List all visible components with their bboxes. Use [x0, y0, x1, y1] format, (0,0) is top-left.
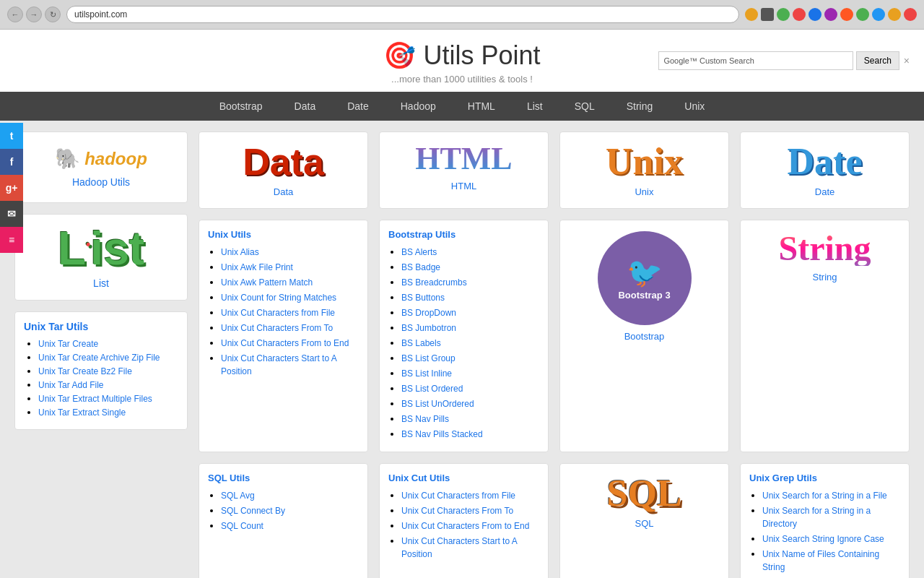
site-logo-icon: 🎯 [383, 40, 416, 71]
unix-alias-link[interactable]: Unix Alias [221, 247, 259, 257]
nav-sql[interactable]: SQL [559, 92, 611, 121]
unix-tar-create-archive-link[interactable]: Unix Tar Create Archive Zip File [38, 353, 160, 363]
unix-grep-list: Unix Search for a String in a File Unix … [749, 489, 900, 578]
string-title: String [778, 231, 871, 266]
grep-files-containing-link[interactable]: Unix Name of Files Containing String [762, 549, 879, 572]
bs-badge-link[interactable]: BS Badge [401, 262, 440, 272]
bs-jumbotron-link[interactable]: BS Jumbotron [401, 323, 456, 333]
search-input[interactable] [754, 56, 848, 66]
unix-cut-from-to-link[interactable]: Unix Cut Characters From To [221, 323, 333, 333]
date-title: Date [788, 143, 863, 181]
bs-dropdown-link[interactable]: BS DropDown [401, 308, 456, 318]
email-btn[interactable]: ✉ [0, 201, 23, 227]
unix-count-string-link[interactable]: Unix Count for String Matches [221, 293, 336, 303]
bs-list-inline-link[interactable]: BS List Inline [401, 368, 452, 379]
bs-nav-pills-link[interactable]: BS Nav Pills [401, 414, 449, 424]
sql-title: SQL [606, 475, 681, 512]
cut-chars-start-position-link[interactable]: Unix Cut Characters Start to A Position [401, 536, 517, 559]
right-grid: Data Data HTML HTML Unix Unix Date Date … [199, 131, 910, 578]
sql-utils-card: SQL Utils SQL Avg SQL Connect By SQL Cou… [199, 463, 368, 578]
forward-button[interactable]: → [26, 7, 42, 22]
bootstrap-category-card: 🐦 Bootstrap 3 Bootstrap [559, 220, 729, 452]
bs-buttons-link[interactable]: BS Buttons [401, 293, 445, 303]
social-sidebar: t f g+ ✉ ≡ [0, 123, 23, 253]
sql-link[interactable]: SQL [635, 518, 653, 529]
address-bar[interactable]: utilspoint.com [66, 6, 739, 23]
nav-string[interactable]: String [611, 92, 669, 121]
nav-html[interactable]: HTML [452, 92, 511, 121]
bs-breadcrumbs-link[interactable]: BS Breadcrumbs [401, 277, 467, 288]
twitter-btn[interactable]: t [0, 123, 23, 149]
search-button[interactable]: Search [856, 51, 899, 70]
sql-category-card: SQL SQL [559, 463, 729, 578]
cut-chars-file-link[interactable]: Unix Cut Characters from File [401, 491, 515, 501]
unix-cut-list: Unix Cut Characters from File Unix Cut C… [388, 489, 539, 561]
unix-cut-from-end-link[interactable]: Unix Cut Characters From to End [221, 338, 349, 348]
unix-tar-extract-multiple-link[interactable]: Unix Tar Extract Multiple Files [38, 394, 152, 404]
grep-string-file-link[interactable]: Unix Search for a String in a File [762, 491, 887, 501]
unix-grep-title: Unix Grep Utils [749, 473, 900, 483]
bootstrap-sub-label: Bootstrap 3 [618, 290, 670, 301]
cut-chars-from-to-link[interactable]: Unix Cut Characters From To [401, 506, 513, 516]
facebook-btn[interactable]: f [0, 149, 23, 175]
bs-list-group-link[interactable]: BS List Group [401, 353, 456, 363]
nav-date[interactable]: Date [331, 92, 385, 121]
html-link[interactable]: HTML [451, 181, 476, 191]
unix-link[interactable]: Unix [635, 186, 653, 197]
sql-utils-title: SQL Utils [208, 473, 359, 483]
browser-icons [745, 8, 917, 21]
sql-utils-list: SQL Avg SQL Connect By SQL Count [208, 489, 359, 532]
left-column: 🐘 hadoop Hadoop Utils L•ist List Unix Ta… [14, 131, 188, 578]
nav-bootstrap[interactable]: Bootstrap [204, 92, 279, 121]
nav-hadoop[interactable]: Hadoop [385, 92, 452, 121]
sql-connect-by-link[interactable]: SQL Connect By [221, 506, 285, 516]
unix-tar-list: Unix Tar Create Unix Tar Create Archive … [24, 338, 178, 418]
bootstrap-utils-title: Bootstrap Utils [388, 229, 539, 240]
unix-tar-create-bz2-link[interactable]: Unix Tar Create Bz2 File [38, 366, 132, 376]
more-btn[interactable]: ≡ [0, 227, 23, 253]
unix-awk-file-link[interactable]: Unix Awk File Print [221, 262, 293, 272]
unix-awk-pattern-link[interactable]: Unix Awk Pattern Match [221, 277, 313, 288]
search-area: Google™ Custom Search Search × [658, 51, 910, 70]
string-category-card: String String [740, 220, 910, 452]
google-label: Google™ Custom Search [663, 56, 754, 65]
main-nav: Bootstrap Data Date Hadoop HTML List SQL… [0, 92, 924, 121]
back-button[interactable]: ← [7, 7, 23, 22]
nav-list[interactable]: List [511, 92, 559, 121]
unix-tar-create-link[interactable]: Unix Tar Create [38, 339, 98, 349]
bs-list-unordered-link[interactable]: BS List UnOrdered [401, 399, 474, 409]
search-close[interactable]: × [904, 55, 910, 66]
sql-avg-link[interactable]: SQL Avg [221, 491, 255, 501]
bootstrap-utils-list: BS Alerts BS Badge BS Breadcrumbs BS But… [388, 246, 539, 441]
sql-count-link[interactable]: SQL Count [221, 521, 263, 531]
search-wrapper: Google™ Custom Search [658, 51, 853, 70]
date-link[interactable]: Date [815, 186, 834, 197]
nav-data[interactable]: Data [279, 92, 332, 121]
googleplus-btn[interactable]: g+ [0, 175, 23, 201]
unix-cut-title: Unix Cut Utils [388, 473, 539, 483]
cut-chars-from-end-link[interactable]: Unix Cut Characters From to End [401, 521, 529, 531]
data-link[interactable]: Data [274, 186, 293, 197]
grep-string-dir-link[interactable]: Unix Search for a String in a Directory [762, 506, 871, 529]
bs-nav-pills-stacked-link[interactable]: BS Nav Pills Stacked [401, 429, 483, 439]
unix-category-card: Unix Unix [559, 131, 729, 209]
string-link[interactable]: String [813, 272, 837, 282]
list-link[interactable]: List [93, 277, 109, 289]
unix-tar-extract-single-link[interactable]: Unix Tar Extract Single [38, 407, 126, 418]
refresh-button[interactable]: ↻ [45, 7, 61, 22]
hadoop-utils-link[interactable]: Hadoop Utils [72, 176, 130, 188]
unix-cut-start-position-link[interactable]: Unix Cut Characters Start to A Position [221, 353, 336, 376]
nav-unix[interactable]: Unix [668, 92, 720, 121]
data-title: Data [243, 143, 324, 181]
bs-alerts-link[interactable]: BS Alerts [401, 247, 437, 257]
list-logo: L•ist [58, 225, 144, 272]
unix-title: Unix [606, 143, 683, 181]
unix-cut-chars-file-link[interactable]: Unix Cut Characters from File [221, 308, 335, 318]
grep-ignore-case-link[interactable]: Unix Search String Ignore Case [762, 534, 884, 544]
bootstrap-utils-card: Bootstrap Utils BS Alerts BS Badge BS Br… [379, 220, 549, 452]
bs-list-ordered-link[interactable]: BS List Ordered [401, 384, 463, 394]
unix-tar-card: Unix Tar Utils Unix Tar Create Unix Tar … [14, 311, 188, 430]
bootstrap-link[interactable]: Bootstrap [624, 331, 665, 342]
bs-labels-link[interactable]: BS Labels [401, 338, 441, 348]
unix-tar-add-link[interactable]: Unix Tar Add File [38, 380, 104, 390]
